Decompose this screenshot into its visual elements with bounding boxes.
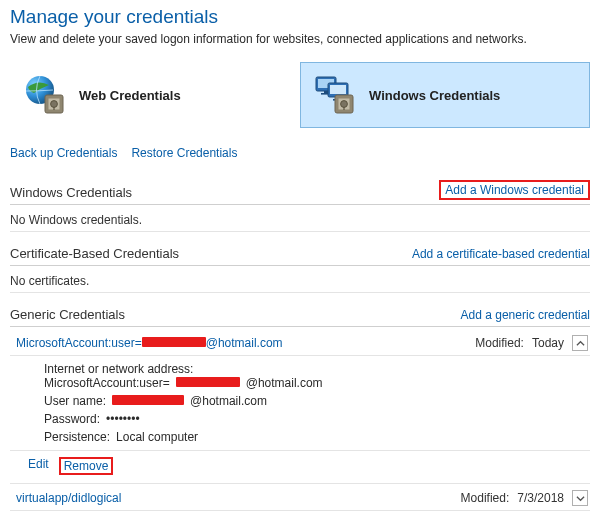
backup-restore-links: Back up Credentials Restore Credentials <box>10 146 590 160</box>
detail-username: User name: @hotmail.com <box>44 394 586 408</box>
password-value: •••••••• <box>106 412 140 426</box>
tab-windows-credentials[interactable]: Windows Credentials <box>300 62 590 128</box>
divider <box>10 292 590 293</box>
credential-entry-virtualapp[interactable]: virtualapp/didlogical Modified: 7/3/2018 <box>10 486 590 511</box>
section-title: Windows Credentials <box>10 185 132 200</box>
entry-title-text: virtualapp/didlogical <box>16 491 121 505</box>
section-title: Certificate-Based Credentials <box>10 246 179 261</box>
svg-point-15 <box>341 101 348 108</box>
address-label: Internet or network address: <box>44 362 586 376</box>
detail-password: Password: •••••••• <box>44 412 586 426</box>
address-value-line: MicrosoftAccount:user=@hotmail.com <box>44 376 586 390</box>
svg-rect-10 <box>330 85 346 94</box>
persistence-label: Persistence: <box>44 430 110 444</box>
modified-label: Modified: <box>461 491 510 505</box>
svg-rect-4 <box>53 107 54 110</box>
svg-point-3 <box>51 101 58 108</box>
section-add-wrap: Add a certificate-based credential <box>412 247 590 261</box>
remove-link[interactable]: Remove <box>64 459 109 473</box>
highlight-box: Add a Windows credential <box>439 180 590 200</box>
chevron-down-icon[interactable] <box>572 490 588 506</box>
credential-entry-ms[interactable]: MicrosoftAccount:user= @hotmail.com Modi… <box>10 331 590 356</box>
section-generic-credentials: Generic Credentials Add a generic creden… <box>10 307 590 511</box>
redacted-text <box>176 377 240 387</box>
page-title: Manage your credentials <box>10 6 590 28</box>
divider <box>10 483 590 484</box>
empty-message: No certificates. <box>10 270 590 290</box>
detail-persistence: Persistence: Local computer <box>44 430 586 444</box>
section-add-wrap: Add a generic credential <box>461 308 590 322</box>
detail-address: Internet or network address: MicrosoftAc… <box>44 362 586 390</box>
section-header: Certificate-Based Credentials Add a cert… <box>10 246 590 266</box>
address-prefix: MicrosoftAccount:user= <box>44 376 170 390</box>
address-suffix: @hotmail.com <box>246 376 323 390</box>
svg-rect-16 <box>343 107 344 110</box>
credential-details: Internet or network address: MicrosoftAc… <box>10 356 590 451</box>
monitor-safe-icon <box>313 73 357 117</box>
highlight-box: Remove <box>59 457 114 475</box>
restore-credentials-link[interactable]: Restore Credentials <box>131 146 237 160</box>
entry-title: MicrosoftAccount:user= @hotmail.com <box>16 336 283 350</box>
password-label: Password: <box>44 412 100 426</box>
modified-value: Today <box>532 336 564 350</box>
add-generic-credential-link[interactable]: Add a generic credential <box>461 308 590 322</box>
windows-credentials-label: Windows Credentials <box>369 88 500 103</box>
entry-title-suffix: @hotmail.com <box>206 336 283 350</box>
redacted-text <box>112 395 184 405</box>
chevron-up-icon[interactable] <box>572 335 588 351</box>
entry-title-prefix: MicrosoftAccount:user= <box>16 336 142 350</box>
redacted-text <box>142 337 206 347</box>
persistence-value: Local computer <box>116 430 198 444</box>
section-cert-credentials: Certificate-Based Credentials Add a cert… <box>10 246 590 293</box>
tab-web-credentials[interactable]: Web Credentials <box>10 62 300 128</box>
entry-title: virtualapp/didlogical <box>16 491 121 505</box>
username-suffix: @hotmail.com <box>190 394 267 408</box>
modified-value: 7/3/2018 <box>517 491 564 505</box>
modified-label: Modified: <box>475 336 524 350</box>
section-title: Generic Credentials <box>10 307 125 322</box>
edit-link[interactable]: Edit <box>28 457 49 475</box>
section-header: Windows Credentials Add a Windows creden… <box>10 180 590 205</box>
empty-message: No Windows credentials. <box>10 209 590 229</box>
web-credentials-label: Web Credentials <box>79 88 181 103</box>
add-windows-credential-link[interactable]: Add a Windows credential <box>445 183 584 197</box>
globe-safe-icon <box>23 73 67 117</box>
credential-actions: Edit Remove <box>10 451 590 481</box>
entry-meta: Modified: 7/3/2018 <box>461 490 588 506</box>
section-header: Generic Credentials Add a generic creden… <box>10 307 590 327</box>
svg-rect-7 <box>324 91 328 93</box>
entry-meta: Modified: Today <box>475 335 588 351</box>
page-subtitle: View and delete your saved logon informa… <box>10 32 590 46</box>
username-label: User name: <box>44 394 106 408</box>
credential-category-tabs: Web Credentials Windows Credentials <box>10 62 590 128</box>
add-cert-credential-link[interactable]: Add a certificate-based credential <box>412 247 590 261</box>
divider <box>10 231 590 232</box>
section-windows-credentials: Windows Credentials Add a Windows creden… <box>10 180 590 232</box>
backup-credentials-link[interactable]: Back up Credentials <box>10 146 117 160</box>
